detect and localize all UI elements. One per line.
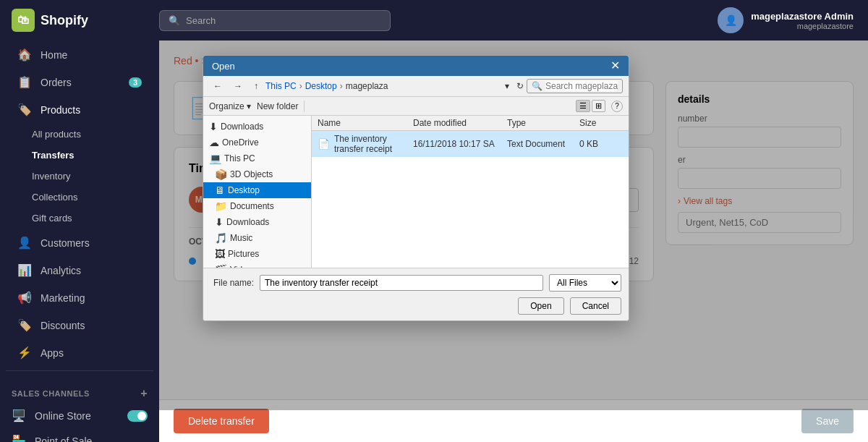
orders-icon: 📋 <box>17 75 32 89</box>
shopify-icon: 🛍 <box>12 9 35 32</box>
tree-item-label: Downloads <box>226 217 269 227</box>
sidebar-item-discounts[interactable]: 🏷️ Discounts <box>6 312 153 339</box>
tree-item-label: Videos <box>230 265 256 268</box>
search-box[interactable]: 🔍 <box>159 10 391 31</box>
dialog-cancel-button[interactable]: Cancel <box>570 297 621 315</box>
channel-online-store[interactable]: 🖥️ Online Store <box>0 403 159 428</box>
submenu-gift-cards[interactable]: Gift cards <box>0 208 159 229</box>
tree-item-music[interactable]: 🎵 Music <box>203 230 311 246</box>
dialog-search-input[interactable] <box>545 81 618 91</box>
submenu-transfers[interactable]: Transfers <box>0 145 159 166</box>
dialog-sidebar: ⬇ Downloads ☁ OneDrive 💻 This PC 📦 3D Ob… <box>203 116 312 268</box>
delete-transfer-button[interactable]: Delete transfer <box>174 409 269 433</box>
refresh-button[interactable]: ↻ <box>516 81 524 91</box>
customers-icon: 👤 <box>17 236 32 250</box>
breadcrumb-this-pc[interactable]: This PC <box>265 81 297 91</box>
dialog-bottom: File name: All FilesText FilesAll Files … <box>203 268 629 320</box>
action-separator <box>304 101 305 112</box>
filename-input[interactable] <box>260 275 543 291</box>
dialog-title: Open <box>212 61 235 72</box>
sidebar: 🏠 Home 📋 Orders 3 🏷️ Products All produc… <box>0 0 159 442</box>
file-icon: 📄 <box>318 138 330 150</box>
user-info: mageplazastore Admin mageplazastore <box>751 11 854 30</box>
analytics-icon: 📊 <box>17 263 32 277</box>
tree-item-3d-objects[interactable]: 📦 3D Objects <box>203 166 311 182</box>
save-button[interactable]: Save <box>801 409 854 433</box>
nav-up-button[interactable]: ↑ <box>250 79 263 93</box>
list-view-button[interactable]: ☰ <box>576 100 590 112</box>
online-store-toggle[interactable] <box>127 410 148 422</box>
sidebar-item-marketing[interactable]: 📢 Marketing <box>6 284 153 311</box>
sidebar-item-label: Marketing <box>41 292 85 304</box>
tree-item-label: Desktop <box>228 185 260 195</box>
col-name[interactable]: Name <box>318 118 413 128</box>
file-list-header: Name Date modified Type Size <box>312 116 629 131</box>
dialog-open-button[interactable]: Open <box>518 297 563 315</box>
onedrive-icon: ☁ <box>209 137 219 148</box>
tree-item-label: Downloads <box>221 122 263 132</box>
col-date[interactable]: Date modified <box>413 118 507 128</box>
breadcrumb-desktop[interactable]: Desktop <box>305 81 337 91</box>
add-channel-button[interactable]: + <box>140 387 148 400</box>
file-name-cell: 📄 The inventory transfer receipt <box>318 134 413 154</box>
new-folder-button[interactable]: New folder <box>257 101 298 111</box>
sidebar-item-label: Customers <box>41 237 90 249</box>
channel-label: Point of Sale <box>35 435 92 443</box>
col-type[interactable]: Type <box>507 118 579 128</box>
location-breadcrumb: This PC › Desktop › mageplaza ▾ ↻ <box>265 79 524 93</box>
breadcrumb-dropdown-button[interactable]: ▾ <box>501 79 514 93</box>
sidebar-item-label: Discounts <box>41 320 85 331</box>
submenu-inventory[interactable]: Inventory <box>0 166 159 187</box>
tree-item-this-pc[interactable]: 💻 This PC <box>203 150 311 166</box>
organize-button[interactable]: Organize ▾ <box>209 101 251 111</box>
dialog-close-button[interactable]: ✕ <box>610 60 620 72</box>
sidebar-item-customers[interactable]: 👤 Customers <box>6 229 153 256</box>
sidebar-item-products[interactable]: 🏷️ Products <box>6 96 153 123</box>
sidebar-item-orders[interactable]: 📋 Orders 3 <box>6 69 153 95</box>
dialog-search-box: 🔍 <box>527 79 623 93</box>
submenu-all-products[interactable]: All products <box>0 124 159 145</box>
home-icon: 🏠 <box>17 48 32 61</box>
submenu-collections[interactable]: Collections <box>0 187 159 208</box>
dialog-toolbar: ← → ↑ This PC › Desktop › mageplaza ▾ ↻ … <box>203 76 629 97</box>
dialog-action-bar: Organize ▾ New folder ☰ ⊞ ? <box>203 97 629 116</box>
help-button[interactable]: ? <box>611 101 623 112</box>
search-input[interactable] <box>186 15 381 26</box>
3d-objects-icon: 📦 <box>215 169 227 180</box>
orders-badge: 3 <box>129 77 142 88</box>
file-date: 16/11/2018 10:17 SA <box>413 139 507 149</box>
tree-item-label: 3D Objects <box>230 169 273 179</box>
nav-back-button[interactable]: ← <box>209 79 226 93</box>
search-icon: 🔍 <box>169 15 180 26</box>
sidebar-item-home[interactable]: 🏠 Home <box>6 41 153 68</box>
channel-label: Online Store <box>35 410 91 422</box>
channel-point-of-sale[interactable]: 🏪 Point of Sale <box>0 428 159 442</box>
downloads2-icon: ⬇ <box>215 216 224 228</box>
tree-item-onedrive[interactable]: ☁ OneDrive <box>203 135 311 150</box>
detail-view-button[interactable]: ⊞ <box>592 100 605 112</box>
breadcrumb-current: mageplaza <box>346 81 388 91</box>
breadcrumb-sep-2: › <box>340 81 343 91</box>
pictures-icon: 🖼 <box>215 248 225 260</box>
col-size[interactable]: Size <box>579 118 623 128</box>
tree-item-downloads[interactable]: ⬇ Downloads <box>203 119 311 135</box>
filetype-select[interactable]: All FilesText FilesAll Files (*.*) <box>549 274 621 292</box>
sidebar-item-analytics[interactable]: 📊 Analytics <box>6 257 153 284</box>
tree-item-videos[interactable]: 🎬 Videos <box>203 262 311 268</box>
logo-area: 🛍 Shopify <box>0 9 159 32</box>
marketing-icon: 📢 <box>17 291 32 305</box>
nav-forward-button[interactable]: → <box>229 79 247 93</box>
online-store-icon: 🖥️ <box>12 409 26 422</box>
file-row[interactable]: 📄 The inventory transfer receipt 16/11/2… <box>312 131 629 157</box>
sidebar-item-apps[interactable]: ⚡ Apps <box>6 339 153 366</box>
tree-item-documents[interactable]: 📁 Documents <box>203 198 311 214</box>
dialog-body: ⬇ Downloads ☁ OneDrive 💻 This PC 📦 3D Ob… <box>203 116 629 268</box>
dialog-overlay: Open ✕ ← → ↑ This PC › Desktop › magepla… <box>159 41 868 410</box>
tree-item-downloads2[interactable]: ⬇ Downloads <box>203 214 311 230</box>
sidebar-item-label: Orders <box>41 77 72 88</box>
dialog-titlebar: Open ✕ <box>203 56 629 76</box>
toggle-switch[interactable] <box>127 410 148 422</box>
tree-item-desktop[interactable]: 🖥 Desktop <box>203 182 311 198</box>
desktop-icon: 🖥 <box>215 184 225 196</box>
tree-item-pictures[interactable]: 🖼 Pictures <box>203 246 311 262</box>
